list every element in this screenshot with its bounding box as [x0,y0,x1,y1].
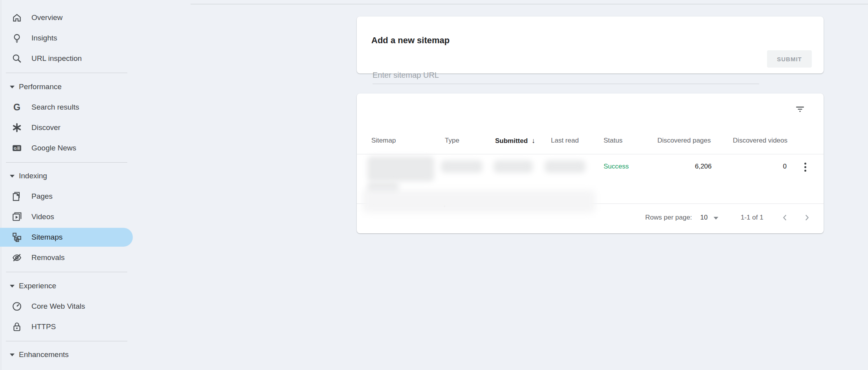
lightbulb-icon [12,33,22,43]
sidebar-item-label: Pages [31,192,53,201]
chevron-left-icon [781,213,789,222]
sidebar-section-label: Experience [19,282,56,290]
status-badge: Success [604,163,629,170]
sidebar-divider [6,162,127,163]
sidebar-item-videos[interactable]: Videos [0,207,133,227]
sidebar-section-performance[interactable]: Performance [0,77,133,97]
sidebar-item-overview[interactable]: Overview [0,7,133,28]
chevron-down-icon [10,86,15,88]
sidebar-item-search-results[interactable]: G Search results [0,97,133,117]
sidebar-item-label: Overview [31,13,62,22]
filter-button[interactable] [791,101,809,118]
chevron-down-icon[interactable] [714,217,718,220]
sidebar-item-insights[interactable]: Insights [0,28,133,48]
home-icon [12,13,22,23]
sidebar-section-label: Performance [19,82,62,91]
sidebar-divider [6,272,127,272]
redacted-type [441,160,483,173]
pagination-range: 1-1 of 1 [741,214,763,222]
row-menu-button[interactable] [796,158,814,176]
column-header-last-read[interactable]: Last read [551,137,579,145]
rows-per-page-select[interactable]: 10 [700,214,708,222]
sidebar-item-label: Insights [31,34,57,42]
svg-text:G: G [14,146,17,150]
videos-icon [12,212,22,222]
sitemap-url-input[interactable] [373,67,759,84]
column-header-status[interactable]: Status [604,137,622,145]
sidebar-item-label: Videos [31,212,54,221]
arrow-down-icon: ↓ [532,137,535,145]
chevron-right-icon [802,213,811,222]
column-header-type[interactable]: Type [445,137,459,145]
sidebar-item-label: Google News [31,144,76,152]
column-header-discovered-pages[interactable]: Discovered pages [632,137,711,145]
chevron-down-icon [10,354,15,356]
submitted-sitemaps-card: Submitted sitemaps Sitemap Type Submitte… [357,93,824,233]
lock-icon [12,322,22,332]
sidebar-item-url-inspection[interactable]: URL inspection [0,48,133,69]
pages-icon [12,191,22,201]
sidebar-divider [6,341,127,341]
google-g-icon: G [12,102,22,112]
sidebar-item-label: HTTPS [31,322,56,331]
sidebar-section-label: Enhancements [19,350,69,359]
next-page-button[interactable] [800,211,814,225]
sidebar-item-removals[interactable]: Removals [0,247,133,268]
column-header-discovered-videos[interactable]: Discovered videos [710,137,787,145]
add-sitemap-title: Add a new sitemap [371,35,450,46]
rows-per-page-label: Rows per page: [645,214,692,222]
sidebar-item-pages[interactable]: Pages [0,186,133,207]
filter-icon [795,104,805,114]
sidebar-section-indexing[interactable]: Indexing [0,166,133,186]
sidebar-item-https[interactable]: HTTPS [0,317,133,337]
kebab-icon [804,163,806,165]
redacted-sitemap-url [367,156,434,181]
core-web-vitals-icon [12,301,22,311]
previous-page-button[interactable] [778,211,792,225]
table-header-divider [357,154,824,154]
sidebar-item-label: Discover [31,123,61,132]
sidebar-divider [6,73,127,73]
column-header-submitted[interactable]: Submitted↓ [495,137,535,145]
removals-icon [12,253,22,263]
search-icon [12,53,22,64]
sidebar-item-google-news[interactable]: G Google News [0,138,133,158]
sitemaps-icon [12,232,22,242]
asterisk-icon [12,123,22,133]
sidebar-item-label: Sitemaps [31,233,62,242]
sidebar-item-label: URL inspection [31,54,82,63]
sidebar-item-label: Core Web Vitals [31,302,85,311]
sidebar-section-experience[interactable]: Experience [0,276,133,296]
sidebar-item-label: Search results [31,103,79,112]
discovered-videos-value: 0 [710,163,787,170]
sidebar-item-core-web-vitals[interactable]: Core Web Vitals [0,296,133,317]
submit-button[interactable]: SUBMIT [767,50,812,68]
sidebar-item-sitemaps[interactable]: Sitemaps [0,228,133,247]
column-header-sitemap[interactable]: Sitemap [371,137,396,145]
discovered-pages-value: 6,206 [632,163,712,170]
sidebar-section-enhancements[interactable]: Enhancements [0,344,133,365]
sidebar-item-label: Removals [31,253,64,262]
sidebar-item-discover[interactable]: Discover [0,117,133,138]
content-top-divider [191,4,868,4]
sidebar-section-label: Indexing [19,172,47,180]
redacted-last-read-date [545,160,585,173]
add-sitemap-card: Add a new sitemap SUBMIT [357,16,824,73]
news-icon: G [12,143,22,153]
redacted-row-area [363,190,595,213]
chevron-down-icon [10,175,15,178]
sidebar: Overview Insights URL inspection Perform… [0,0,189,370]
chevron-down-icon [10,285,15,288]
redacted-submitted-date [494,160,533,173]
